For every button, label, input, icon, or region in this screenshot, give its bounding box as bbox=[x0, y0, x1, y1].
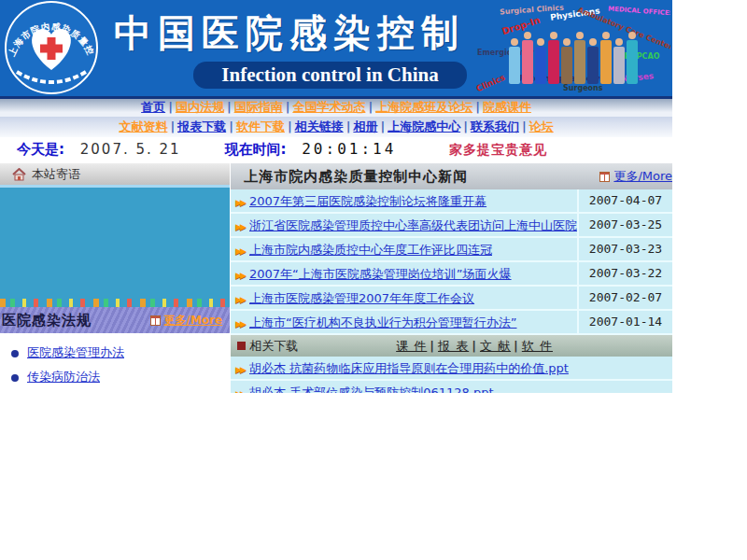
person-figure bbox=[627, 40, 638, 84]
laws-more-link[interactable]: 更多/More bbox=[164, 313, 223, 329]
news-date: 2007-04-07 bbox=[577, 189, 672, 212]
bullet-icon bbox=[11, 350, 19, 357]
page: 上海市院内感染质量控制中心 中国医院感染控制 Infection control… bbox=[0, 0, 672, 393]
primary-nav-link[interactable]: 全国学术动态 bbox=[292, 100, 365, 114]
site-logo: 上海市院内感染质量控制中心 bbox=[2, 1, 101, 95]
news-date: 2007-03-25 bbox=[577, 214, 672, 236]
double-arrow-icon: ▶▶ bbox=[235, 271, 245, 280]
person-figure bbox=[600, 40, 612, 84]
news-link[interactable]: 上海市院内感染质控中心年度工作评比四连冠 bbox=[249, 243, 492, 257]
logo-emblem-icon: 上海市院内感染质量控制中心 bbox=[2, 1, 101, 95]
news-row: ▶▶2007年第三届医院感染控制论坛将隆重开幕2007-04-07 bbox=[231, 189, 672, 214]
news-link[interactable]: 浙江省医院感染管理质控中心率高级代表团访问上海中山医院 bbox=[249, 218, 577, 232]
primary-nav-link[interactable]: 院感课件 bbox=[483, 100, 531, 114]
primary-nav: 首页|国内法规|国际指南|全国学术动态|上海院感班及论坛|院感课件 bbox=[0, 96, 672, 117]
site-message-header: 本站寄语 bbox=[0, 163, 230, 188]
nav-separator: | bbox=[463, 119, 468, 133]
person-figure bbox=[535, 47, 546, 84]
nav-separator: | bbox=[168, 100, 173, 114]
collage-word: MEDICAL OFFICES bbox=[608, 6, 670, 18]
download-filter-link[interactable]: 文 献 bbox=[480, 339, 511, 353]
secondary-nav-link[interactable]: 相关链接 bbox=[295, 119, 344, 133]
news-title-cell: ▶▶2007年“上海市医院感染管理岗位培训”场面火爆 bbox=[231, 264, 577, 283]
nav-separator: | bbox=[288, 119, 292, 133]
news-link[interactable]: 2007年第三届医院感染控制论坛将隆重开幕 bbox=[249, 194, 486, 208]
download-row: ▶▶胡必杰 手术部位感染与预防控制061128.ppt bbox=[231, 381, 672, 393]
law-list-item: 献血法 bbox=[11, 389, 230, 393]
person-figure bbox=[613, 47, 625, 84]
main-area: 本站寄语 医院感染法规 更多/More 医院感染管理办法传染病防治法献血法 上海… bbox=[0, 163, 672, 393]
filter-separator: | bbox=[430, 339, 435, 353]
news-title-cell: ▶▶上海市院内感染质控中心年度工作评比四连冠 bbox=[231, 240, 577, 259]
content-column: 上海市院内感染质量控制中心新闻 更多/More ▶▶2007年第三届医院感染控制… bbox=[231, 163, 672, 393]
download-row: ▶▶胡必杰 抗菌药物临床应用指导原则在合理用药中的价值.ppt bbox=[231, 357, 672, 381]
download-filters: 课 件|报 表|文 献|软 件 bbox=[396, 338, 553, 355]
download-link[interactable]: 胡必杰 手术部位感染与预防控制061128.ppt bbox=[249, 385, 494, 393]
secondary-nav-link[interactable]: 相册 bbox=[353, 119, 377, 133]
download-filter-link[interactable]: 软 件 bbox=[522, 339, 553, 353]
laws-title: 医院感染法规 bbox=[2, 312, 150, 329]
site-title: 中国医院感染控制 bbox=[114, 7, 465, 59]
double-arrow-icon: ▶▶ bbox=[235, 295, 245, 304]
double-arrow-icon: ▶▶ bbox=[235, 365, 245, 374]
news-title-cell: ▶▶2007年第三届医院感染控制论坛将隆重开幕 bbox=[231, 191, 577, 210]
downloads-list: ▶▶胡必杰 抗菌药物临床应用指导原则在合理用药中的价值.ppt▶▶胡必杰 手术部… bbox=[231, 357, 672, 393]
double-arrow-icon: ▶▶ bbox=[235, 319, 245, 329]
news-title-cell: ▶▶浙江省医院感染管理质控中心率高级代表团访问上海中山医院 bbox=[231, 216, 577, 234]
download-link[interactable]: 胡必杰 抗菌药物临床应用指导原则在合理用药中的价值.ppt bbox=[249, 361, 569, 375]
law-list-item: 传染病防治法 bbox=[11, 365, 230, 389]
nav-separator: | bbox=[227, 100, 232, 114]
download-filter-link[interactable]: 报 表 bbox=[438, 339, 469, 353]
double-arrow-icon: ▶▶ bbox=[235, 389, 245, 393]
nav-separator: | bbox=[346, 119, 351, 133]
person-figure bbox=[574, 40, 585, 84]
news-date: 2007-03-23 bbox=[577, 238, 672, 260]
person-figure bbox=[587, 47, 599, 84]
secondary-nav-link[interactable]: 论坛 bbox=[529, 119, 554, 133]
secondary-nav-link[interactable]: 报表下载 bbox=[177, 119, 226, 133]
status-bar: 今天是: 2007. 5. 21 现在时间: 20:01:14 家多提宝贵意见 bbox=[0, 137, 672, 161]
download-filter-link[interactable]: 课 件 bbox=[396, 339, 427, 353]
sidebar-banner-panel bbox=[0, 188, 230, 307]
site-header: 上海市院内感染质量控制中心 中国医院感染控制 Infection control… bbox=[0, 0, 672, 96]
news-title-cell: ▶▶上海市医院感染管理2007年年度工作会议 bbox=[231, 288, 577, 307]
news-more-link[interactable]: 更多/More bbox=[613, 168, 672, 185]
news-date: 2007-03-22 bbox=[577, 262, 672, 285]
calendar-grid-icon bbox=[599, 172, 610, 182]
secondary-nav-link[interactable]: 上海院感中心 bbox=[388, 119, 460, 133]
law-link[interactable]: 医院感染管理办法 bbox=[27, 345, 124, 359]
double-arrow-icon: ▶▶ bbox=[235, 198, 245, 207]
downloads-section-header: 相关下载 课 件|报 表|文 献|软 件 bbox=[231, 335, 672, 357]
grid-icon bbox=[150, 315, 161, 326]
primary-nav-link[interactable]: 国际指南 bbox=[234, 100, 283, 114]
law-list-item: 医院感染管理办法 bbox=[11, 341, 230, 365]
law-link[interactable]: 传染病防治法 bbox=[27, 370, 100, 384]
secondary-nav-link[interactable]: 文献资料 bbox=[119, 119, 167, 133]
news-link[interactable]: 2007年“上海市医院感染管理岗位培训”场面火爆 bbox=[249, 267, 512, 281]
laws-list: 医院感染管理办法传染病防治法献血法 bbox=[0, 333, 230, 393]
laws-section-header: 医院感染法规 更多/More bbox=[0, 307, 230, 333]
today-label: 今天是: bbox=[17, 141, 64, 158]
header-people-collage: Surgical ClinicsPhysiciansMEDICAL OFFICE… bbox=[472, 2, 670, 93]
secondary-nav-link[interactable]: 软件下载 bbox=[236, 119, 285, 133]
site-subtitle-en: Infection control in China bbox=[193, 62, 467, 89]
primary-nav-link[interactable]: 首页 bbox=[141, 100, 165, 114]
news-row: ▶▶上海市医院感染管理2007年年度工作会议2007-02-07 bbox=[231, 287, 672, 311]
news-date: 2007-02-07 bbox=[577, 287, 672, 309]
downloads-title: 相关下载 bbox=[249, 338, 298, 355]
news-title: 上海市院内感染质量控制中心新闻 bbox=[244, 168, 599, 186]
news-link[interactable]: 上海市医院感染管理2007年年度工作会议 bbox=[249, 291, 474, 305]
collage-word: Clinics bbox=[474, 73, 506, 93]
nav-separator: | bbox=[286, 100, 290, 114]
primary-nav-link[interactable]: 国内法规 bbox=[176, 100, 224, 114]
secondary-nav-link[interactable]: 联系我们 bbox=[471, 119, 519, 133]
primary-nav-link[interactable]: 上海院感班及论坛 bbox=[375, 100, 472, 114]
news-link[interactable]: 上海市“医疗机构不良执业行为积分管理暂行办法” bbox=[249, 315, 516, 329]
sidebar: 本站寄语 医院感染法规 更多/More 医院感染管理办法传染病防治法献血法 bbox=[0, 163, 230, 393]
site-message-label: 本站寄语 bbox=[32, 166, 80, 183]
news-date: 2007-01-14 bbox=[577, 311, 672, 333]
collage-word: Surgeons bbox=[563, 84, 603, 92]
square-bullet-icon bbox=[237, 342, 246, 350]
double-arrow-icon: ▶▶ bbox=[235, 222, 245, 231]
person-figure bbox=[522, 40, 533, 84]
